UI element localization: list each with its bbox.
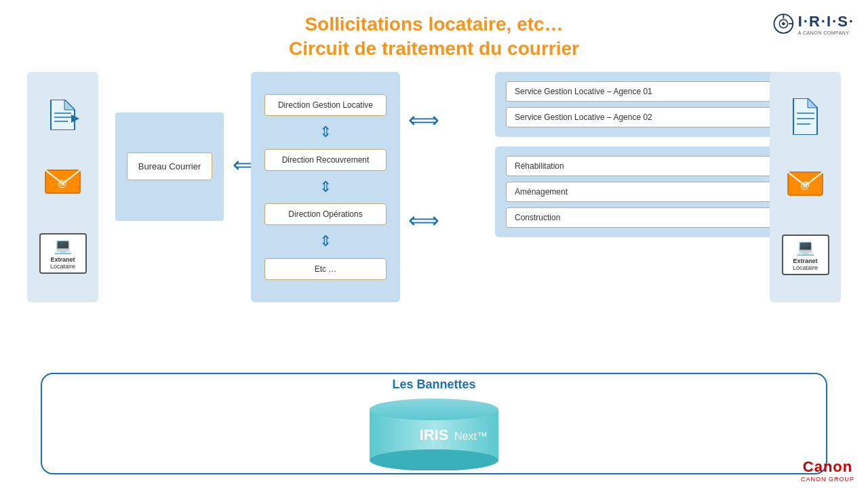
svg-marker-6 — [64, 100, 75, 110]
iris-logo-icon — [773, 10, 794, 37]
bannettes-section: Les Bannettes — [41, 373, 827, 474]
extranet-locataire-right: 💻 Extranet Locataire — [782, 235, 829, 275]
service-construction: Construction — [506, 207, 810, 228]
arrow-center-top-services: ⟺ — [408, 107, 439, 133]
center-directions-panel: Direction Gestion Locative ⇕ Direction R… — [251, 72, 400, 302]
svg-point-21 — [370, 449, 498, 470]
arrow-up-down-1: ⇕ — [319, 125, 332, 140]
right-sidebar: @ 💻 Extranet Locataire — [770, 72, 841, 302]
diagram-area: @ 💻 Extranet Locataire Bureau Courrier ⟺… — [27, 72, 841, 309]
svg-marker-14 — [808, 98, 817, 108]
direction-operations: Direction Opérations — [264, 203, 387, 225]
svg-text:@: @ — [58, 178, 67, 188]
service-rehabilitation: Réhabilitation — [506, 156, 810, 176]
svg-text:IRIS: IRIS — [420, 426, 449, 443]
arrow-up-down-3: ⇕ — [319, 234, 332, 249]
iris-sub-text: A CANON COMPANY — [798, 30, 854, 35]
direction-etc: Etc … — [264, 258, 387, 280]
bannettes-label: Les Bannettes — [392, 378, 475, 392]
arrow-up-down-2: ⇕ — [319, 180, 332, 195]
service-amenagement: Aménagement — [506, 182, 810, 202]
service-gestion-agence-02: Service Gestion Locative – Agence 02 — [506, 107, 810, 127]
canon-sub: CANON GROUP — [801, 476, 854, 483]
direction-gestion-locative: Direction Gestion Locative — [264, 94, 387, 116]
left-sidebar: @ 💻 Extranet Locataire — [27, 72, 98, 302]
canon-logo: Canon CANON GROUP — [801, 458, 854, 483]
header-line2: Circuit de traitement du courrier — [289, 38, 579, 59]
bureau-courrier-wrapper: Bureau Courrier — [115, 113, 224, 221]
document-icon — [790, 98, 821, 135]
svg-text:@: @ — [800, 180, 810, 190]
scan-icon — [44, 100, 81, 130]
page-header: Sollicitations locataire, etc… Circuit d… — [0, 0, 868, 68]
bureau-courrier-label: Bureau Courrier — [138, 161, 201, 171]
service-gestion-agence-01: Service Gestion Locative – Agence 01 — [506, 81, 810, 102]
iris-brand-text: I·R·I·S· — [798, 13, 854, 30]
email-icon-left: @ — [44, 166, 81, 197]
canon-brand: Canon — [801, 458, 854, 476]
header-line1: Sollicitations locataire, etc… — [304, 14, 563, 35]
svg-text:Next™: Next™ — [454, 430, 488, 442]
email-icon-right: @ — [787, 168, 824, 202]
direction-recouvrement: Direction Recouvrement — [264, 149, 387, 171]
cylinder-wrapper: Les Bannettes — [366, 378, 502, 470]
iris-logo: I·R·I·S· A CANON COMPANY — [773, 10, 854, 37]
iris-next-cylinder: IRIS Next™ — [366, 396, 502, 470]
extranet-locataire-left: 💻 Extranet Locataire — [39, 233, 87, 274]
svg-marker-5 — [51, 100, 75, 130]
bureau-courrier-box: Bureau Courrier — [127, 152, 213, 180]
arrow-center-bottom-services: ⟺ — [408, 207, 439, 233]
svg-point-2 — [782, 22, 785, 26]
svg-point-22 — [370, 399, 498, 420]
